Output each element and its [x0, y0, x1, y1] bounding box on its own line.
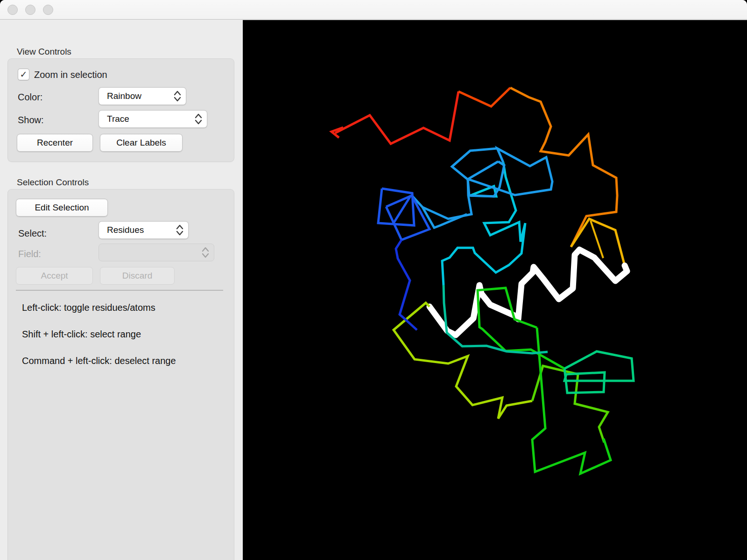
trace-chartreuse: [394, 303, 532, 419]
select-chevrons-icon: [174, 223, 186, 237]
select-chevrons-icon: [171, 89, 183, 103]
field-select: [99, 244, 214, 261]
select-chevrons-icon: [192, 112, 204, 126]
trace-red: [335, 91, 458, 144]
trace-cyan-loop: [442, 162, 525, 285]
discard-button: Discard: [100, 267, 175, 285]
select-mode-select[interactable]: Residues: [99, 221, 189, 239]
select-mode-value: Residues: [99, 225, 174, 235]
close-button[interactable]: [7, 5, 18, 15]
help-divider: [16, 290, 223, 291]
show-select-value: Trace: [99, 114, 192, 124]
title-bar[interactable]: [0, 0, 747, 20]
zoom-window-button[interactable]: [43, 5, 53, 15]
trace-redorange: [458, 88, 510, 106]
color-label: Color:: [18, 92, 42, 103]
select-chevrons-icon: [199, 245, 211, 259]
trace-green-hub: [564, 351, 634, 393]
zoom-in-selection-checkbox[interactable]: ✓: [18, 69, 29, 80]
zoom-in-selection-label: Zoom in selection: [34, 70, 107, 80]
color-select[interactable]: Rainbow: [99, 87, 186, 105]
view-controls-title: View Controls: [17, 47, 71, 57]
molecule-viewport[interactable]: [243, 20, 747, 560]
clear-labels-button[interactable]: Clear Labels: [100, 134, 183, 152]
selection-controls-group: Edit Selection Select: Residues Field: A…: [7, 189, 234, 560]
trace-gold-spur: [591, 221, 603, 258]
show-select[interactable]: Trace: [99, 110, 207, 128]
app-window: View Controls ✓ Zoom in selection Color:…: [0, 0, 747, 560]
trace-selected-helix: [430, 250, 627, 335]
recenter-button[interactable]: Recenter: [17, 134, 93, 152]
trace-green-bottom: [532, 328, 611, 474]
show-label: Show:: [18, 115, 44, 126]
help-line-shift-click: Shift + left-click: select range: [22, 329, 141, 340]
selection-controls-title: Selection Controls: [17, 177, 89, 188]
select-label: Select:: [18, 228, 47, 239]
accept-button: Accept: [16, 267, 93, 285]
help-line-command-click: Command + left-click: deselect range: [22, 356, 176, 366]
color-select-value: Rainbow: [99, 91, 171, 101]
view-controls-group: ✓ Zoom in selection Color: Rainbow Show:…: [7, 58, 234, 162]
help-line-left-click: Left-click: toggle residues/atoms: [22, 302, 155, 313]
molecule-svg[interactable]: [243, 20, 747, 560]
field-label: Field:: [18, 249, 41, 259]
controls-sidebar: View Controls ✓ Zoom in selection Color:…: [0, 20, 243, 560]
edit-selection-button[interactable]: Edit Selection: [16, 199, 108, 217]
trace-azure-quad: [468, 161, 504, 196]
trace-darkblue-terminus: [396, 240, 417, 330]
minimize-button[interactable]: [25, 5, 35, 15]
checkmark-icon: ✓: [20, 69, 28, 80]
